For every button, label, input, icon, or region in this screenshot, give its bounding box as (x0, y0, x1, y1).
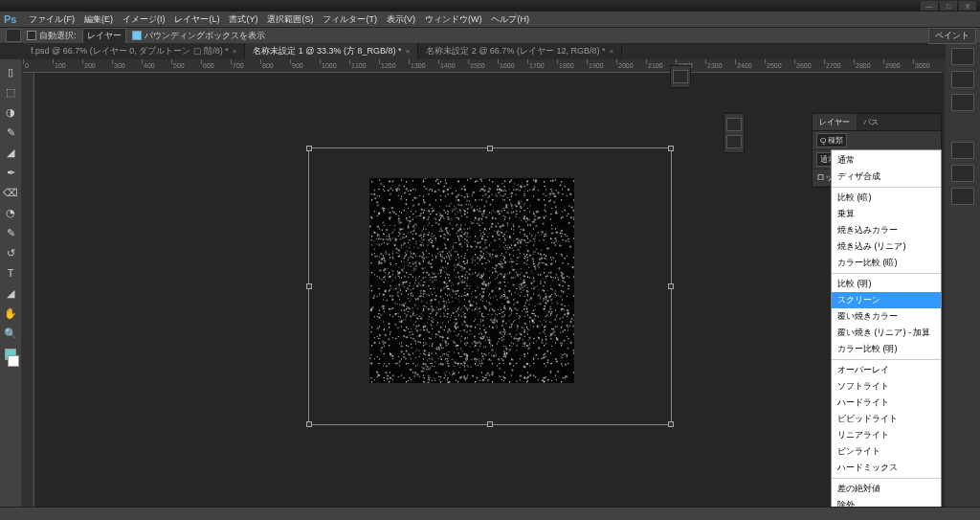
dock-icon[interactable] (951, 71, 974, 88)
handle-tr[interactable] (668, 146, 674, 151)
blend-mode-option[interactable]: 覆い焼きカラー (832, 308, 941, 325)
blend-mode-option[interactable]: ソフトライト (832, 378, 941, 395)
menu-layer[interactable]: レイヤー(L) (169, 13, 224, 26)
horizontal-ruler[interactable]: 0100200300400500600700800900100011001200… (23, 59, 942, 73)
checkbox-icon[interactable] (132, 31, 142, 40)
blend-mode-option[interactable]: ディザ合成 (832, 169, 941, 185)
blend-mode-option[interactable]: 比較 (明) (832, 276, 941, 292)
tool-button[interactable]: ✋ (2, 305, 19, 322)
blend-mode-option[interactable]: ハードミックス (832, 460, 941, 476)
tool-button[interactable]: ⌫ (2, 184, 19, 201)
document-tab[interactable]: 名称未設定 2 @ 66.7% (レイヤー 12, RGB/8) *× (418, 43, 622, 59)
palette-icon[interactable] (726, 135, 742, 148)
blend-mode-option[interactable]: 焼き込み (リニア) (832, 238, 941, 255)
blend-mode-option[interactable]: カラー比較 (明) (832, 341, 941, 357)
ruler-tick: 600 (201, 59, 214, 64)
blend-mode-option[interactable]: リニアライト (832, 427, 941, 443)
menu-edit[interactable]: 編集(E) (79, 13, 118, 26)
handle-tl[interactable] (306, 146, 312, 151)
close-icon[interactable]: × (406, 47, 411, 56)
close-icon[interactable]: × (609, 47, 613, 56)
tab-paths[interactable]: パス (857, 114, 885, 130)
tool-button[interactable]: ◢ (2, 284, 19, 302)
handle-ml[interactable] (306, 283, 312, 289)
minimize-button[interactable]: — (921, 1, 938, 11)
tab-layers[interactable]: レイヤー (813, 114, 857, 130)
tool-button[interactable]: ◔ (2, 204, 19, 221)
move-tool-icon[interactable] (6, 29, 21, 42)
kind-select[interactable]: Q 種類 (816, 133, 847, 147)
checkbox-icon[interactable] (27, 31, 36, 40)
tool-button[interactable]: 🔍 (2, 325, 19, 342)
close-icon[interactable]: × (233, 47, 237, 56)
dock-icon[interactable] (951, 94, 974, 111)
ruler-tick: 2700 (824, 59, 841, 64)
dock-icon[interactable] (951, 142, 974, 159)
palette-icon[interactable] (673, 70, 688, 83)
blend-mode-option[interactable]: 覆い焼き (リニア) - 加算 (832, 325, 941, 341)
menu-type[interactable]: 書式(Y) (224, 13, 262, 26)
handle-bl[interactable] (306, 421, 312, 427)
palette-icon[interactable] (726, 118, 742, 131)
blend-mode-option[interactable]: ハードライト (832, 395, 941, 411)
blend-mode-option[interactable]: 乗算 (832, 206, 941, 222)
paint-button[interactable]: ペイント (928, 28, 976, 44)
canvas[interactable] (34, 73, 944, 507)
blend-mode-option[interactable]: カラー比較 (暗) (832, 255, 941, 271)
tool-button[interactable]: ↺ (2, 244, 19, 261)
blend-mode-option[interactable]: 焼き込みカラー (832, 222, 941, 238)
auto-select-target[interactable]: レイヤー (82, 28, 126, 44)
menu-window[interactable]: ウィンドウ(W) (420, 13, 487, 26)
show-bounds-label: バウンディングボックスを表示 (145, 30, 265, 42)
handle-bm[interactable] (487, 421, 493, 427)
tool-button[interactable]: ⬚ (2, 83, 19, 101)
blend-mode-option[interactable]: 通常 (832, 152, 941, 169)
handle-mr[interactable] (668, 283, 674, 289)
blend-mode-option[interactable]: ビビッドライト (832, 411, 941, 427)
ruler-tick: 2400 (735, 59, 752, 64)
dock-icon[interactable] (951, 48, 974, 65)
layer-content[interactable] (369, 178, 574, 383)
tool-button[interactable]: ✒ (2, 164, 19, 181)
handle-tm[interactable] (487, 146, 493, 151)
floating-palette-2[interactable] (724, 113, 745, 153)
ruler-tick: 1100 (349, 59, 367, 64)
dock-icon[interactable] (951, 188, 974, 205)
tool-button[interactable]: ◑ (2, 103, 19, 121)
menu-image[interactable]: イメージ(I) (118, 13, 170, 26)
ruler-tick: 200 (82, 59, 96, 64)
show-bounds-check[interactable]: バウンディングボックスを表示 (132, 30, 265, 42)
tab-label: 名称未設定 1 @ 33.3% (方 8_RGB/8) * (253, 45, 401, 57)
floating-palette-1[interactable] (670, 65, 691, 88)
menu-help[interactable]: ヘルプ(H) (486, 13, 534, 26)
tools-panel: ▯⬚◑✎◢✒⌫◔✎↺T◢✋🔍 (0, 59, 21, 520)
blend-mode-option[interactable]: 比較 (暗) (832, 190, 941, 206)
tool-button[interactable]: ✎ (2, 224, 19, 241)
menu-filter[interactable]: フィルター(T) (318, 13, 382, 26)
menu-file[interactable]: ファイル(F) (24, 13, 79, 26)
background-swatch[interactable] (8, 355, 19, 367)
document-tab[interactable]: f.psd @ 66.7% (レイヤー 0, ダブルトーン ▢ 階/8) *× (23, 43, 245, 59)
vertical-ruler[interactable] (21, 73, 34, 507)
menu-view[interactable]: 表示(V) (382, 13, 420, 26)
tool-button[interactable]: ✎ (2, 124, 19, 141)
tool-button[interactable]: T (2, 264, 19, 282)
ruler-tick: 500 (171, 59, 185, 64)
tool-button[interactable]: ◢ (2, 144, 19, 161)
blend-mode-option[interactable]: スクリーン (832, 292, 941, 308)
auto-select-check[interactable]: 自動選択: (27, 30, 77, 42)
maximize-button[interactable]: □ (940, 1, 957, 11)
close-button[interactable]: X (959, 1, 976, 11)
blend-mode-option[interactable]: オーバーレイ (832, 362, 941, 378)
menu-select[interactable]: 選択範囲(S) (262, 13, 318, 26)
handle-br[interactable] (668, 421, 674, 427)
dock-icon[interactable] (951, 165, 974, 182)
blend-mode-option[interactable]: 差の絶対値 (832, 481, 941, 497)
blend-mode-option[interactable]: ピンライト (832, 443, 941, 460)
panel-tabs: レイヤー パス (813, 114, 941, 131)
ruler-tick: 1900 (587, 59, 604, 64)
document-tab[interactable]: 名称未設定 1 @ 33.3% (方 8_RGB/8) *× (245, 43, 418, 59)
tool-button[interactable]: ▯ (2, 63, 19, 80)
ruler-tick: 1200 (379, 59, 396, 64)
blend-mode-dropdown[interactable]: 通常ディザ合成比較 (暗)乗算焼き込みカラー焼き込み (リニア)カラー比較 (暗… (831, 149, 942, 513)
